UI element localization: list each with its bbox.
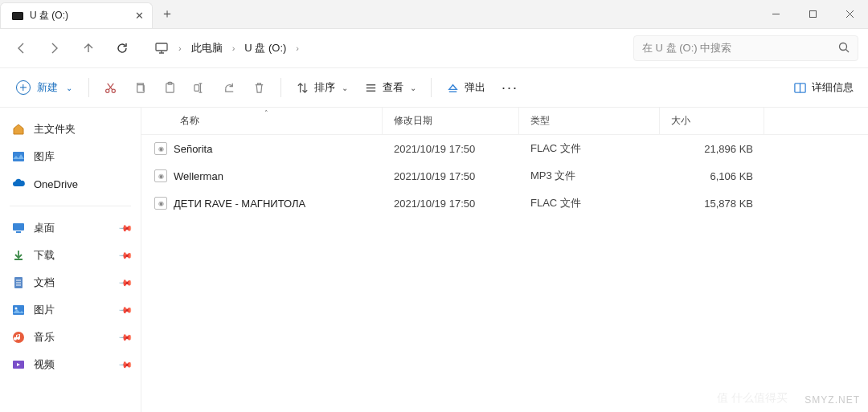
audio-file-icon: ◉ xyxy=(154,169,167,182)
sort-button[interactable]: 排序 ⌄ xyxy=(288,73,356,102)
file-list-pane: 名称 ˄ 修改日期 类型 大小 ◉Señorita2021/10/19 17:5… xyxy=(141,108,868,412)
file-type: MP3 文件 xyxy=(519,169,660,183)
svg-rect-4 xyxy=(156,43,167,51)
file-name: Wellerman xyxy=(174,170,223,182)
view-button[interactable]: 查看 ⌄ xyxy=(356,73,424,102)
sidebar: 主文件夹 图库 OneDrive 桌面 📌 xyxy=(0,108,141,412)
usb-drive-icon xyxy=(12,12,23,20)
details-pane-button[interactable]: 详细信息 xyxy=(785,73,862,102)
desktop-icon xyxy=(11,221,26,235)
monitor-icon xyxy=(154,41,169,55)
back-button[interactable] xyxy=(5,32,37,64)
maximize-button[interactable] xyxy=(794,0,831,28)
forward-button[interactable] xyxy=(39,32,71,64)
sidebar-item-home[interactable]: 主文件夹 xyxy=(0,116,141,143)
search-input[interactable]: 在 U 盘 (O:) 中搜索 xyxy=(633,35,858,61)
view-label: 查看 xyxy=(383,80,403,95)
pictures-icon xyxy=(11,303,26,317)
new-tab-button[interactable]: ＋ xyxy=(153,0,182,28)
minimize-button[interactable] xyxy=(757,0,794,28)
svg-rect-12 xyxy=(194,84,199,91)
sidebar-item-music[interactable]: 音乐 📌 xyxy=(0,324,141,351)
tab-current[interactable]: U 盘 (O:) ✕ xyxy=(0,2,153,28)
more-button[interactable]: ··· xyxy=(493,80,526,96)
crumb-drive[interactable]: U 盘 (O:) xyxy=(244,41,286,55)
crumb-this-pc[interactable]: 此电脑 xyxy=(191,41,223,55)
svg-rect-21 xyxy=(16,231,21,233)
chevron-down-icon: ⌄ xyxy=(66,84,72,92)
downloads-icon xyxy=(11,248,26,263)
music-icon xyxy=(11,330,26,345)
tab-label: U 盘 (O:) xyxy=(30,9,68,22)
chevron-right-icon: › xyxy=(178,43,182,53)
onedrive-icon xyxy=(11,177,26,191)
file-date: 2021/10/19 17:50 xyxy=(383,170,519,182)
file-type: FLAC 文件 xyxy=(519,196,660,210)
sort-ascending-icon: ˄ xyxy=(264,109,268,117)
eject-label: 弹出 xyxy=(465,80,485,95)
svg-point-5 xyxy=(840,43,847,50)
file-date: 2021/10/19 17:50 xyxy=(383,198,519,210)
pin-icon: 📌 xyxy=(117,220,133,235)
column-size[interactable]: 大小 xyxy=(660,108,764,134)
separator xyxy=(431,78,432,97)
up-button[interactable] xyxy=(72,32,104,64)
file-size: 6,106 KB xyxy=(660,170,764,182)
sort-label: 排序 xyxy=(314,80,335,95)
new-label: 新建 xyxy=(37,80,58,95)
chevron-right-icon: › xyxy=(232,43,235,53)
table-row[interactable]: ◉Wellerman2021/10/19 17:50MP3 文件6,106 KB xyxy=(141,162,868,190)
column-type[interactable]: 类型 xyxy=(519,108,660,134)
new-button[interactable]: 新建 ⌄ xyxy=(6,73,82,102)
refresh-button[interactable] xyxy=(106,32,138,64)
file-name: Señorita xyxy=(174,143,212,155)
copy-button[interactable] xyxy=(125,73,155,102)
sidebar-item-videos[interactable]: 视频 📌 xyxy=(0,351,141,378)
separator xyxy=(88,78,89,97)
table-row[interactable]: ◉Señorita2021/10/19 17:50FLAC 文件21,896 K… xyxy=(141,135,868,162)
pin-icon: 📌 xyxy=(117,247,133,263)
sidebar-item-onedrive[interactable]: OneDrive xyxy=(0,170,141,198)
file-size: 15,878 KB xyxy=(660,198,764,210)
svg-rect-26 xyxy=(13,305,24,315)
sidebar-item-documents[interactable]: 文档 📌 xyxy=(0,269,141,296)
column-date[interactable]: 修改日期 xyxy=(383,108,519,134)
svg-rect-1 xyxy=(809,11,816,18)
close-window-button[interactable] xyxy=(831,0,868,28)
documents-icon xyxy=(11,275,26,290)
pin-icon: 📌 xyxy=(117,357,133,372)
file-name: ДЕТИ RAVE - МАГНИТОЛА xyxy=(174,198,305,210)
gallery-icon xyxy=(11,149,26,164)
pin-icon: 📌 xyxy=(117,275,133,290)
rename-button[interactable] xyxy=(185,73,215,102)
navbar: › 此电脑 › U 盘 (O:) › 在 U 盘 (O:) 中搜索 xyxy=(0,29,868,67)
pin-icon: 📌 xyxy=(117,302,133,317)
column-headers: 名称 ˄ 修改日期 类型 大小 xyxy=(141,108,868,135)
sidebar-item-desktop[interactable]: 桌面 📌 xyxy=(0,214,141,242)
eject-button[interactable]: 弹出 xyxy=(438,73,493,102)
svg-line-6 xyxy=(846,49,850,52)
paste-button[interactable] xyxy=(155,73,185,102)
breadcrumb[interactable]: › 此电脑 › U 盘 (O:) › xyxy=(148,41,632,55)
chevron-down-icon: ⌄ xyxy=(342,84,348,92)
sidebar-item-gallery[interactable]: 图库 xyxy=(0,143,141,170)
file-date: 2021/10/19 17:50 xyxy=(383,143,519,155)
table-row[interactable]: ◉ДЕТИ RAVE - МАГНИТОЛА2021/10/19 17:50FL… xyxy=(141,190,868,217)
separator xyxy=(280,78,281,97)
chevron-right-icon: › xyxy=(296,43,299,53)
sidebar-divider xyxy=(10,206,131,206)
cut-button[interactable] xyxy=(96,73,125,102)
sidebar-item-pictures[interactable]: 图片 📌 xyxy=(0,296,141,324)
pin-icon: 📌 xyxy=(117,329,133,345)
chevron-down-icon: ⌄ xyxy=(410,84,416,92)
svg-rect-20 xyxy=(13,223,24,230)
delete-button[interactable] xyxy=(244,73,274,102)
audio-file-icon: ◉ xyxy=(154,197,167,210)
sidebar-item-downloads[interactable]: 下载 📌 xyxy=(0,242,141,269)
videos-icon xyxy=(11,357,26,372)
plus-circle-icon xyxy=(16,80,31,95)
home-icon xyxy=(11,122,26,137)
column-name[interactable]: 名称 ˄ xyxy=(151,108,383,134)
share-button[interactable] xyxy=(215,73,244,102)
close-tab-button[interactable]: ✕ xyxy=(133,10,145,22)
